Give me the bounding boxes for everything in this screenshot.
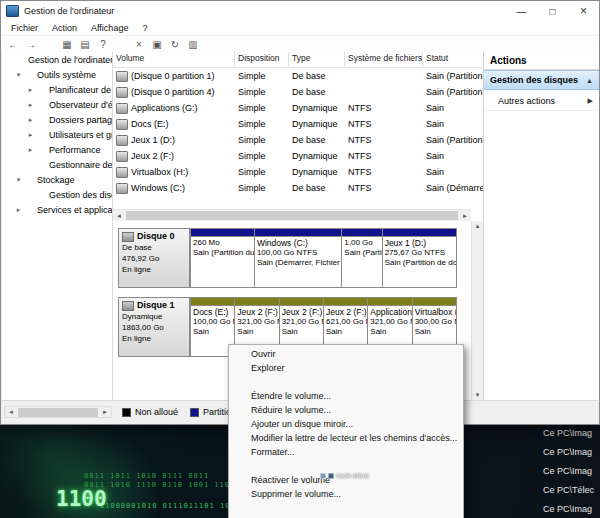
- context-menu-item[interactable]: Réduire le volume...: [229, 403, 463, 417]
- disk-segments: 260 Mo Sain (Partition du système EFI) W…: [190, 228, 457, 288]
- disk-label[interactable]: Disque 0 De base 476,92 Go En ligne: [118, 228, 190, 288]
- context-menu-item[interactable]: Modifier la lettre de lecteur et les che…: [229, 431, 463, 445]
- scroll-up-icon[interactable]: ▲: [472, 223, 484, 229]
- tree-horizontal-scrollbar[interactable]: ◄ ►: [4, 406, 112, 418]
- tree-item-label: Utilisateurs et groupes locaux: [49, 130, 112, 140]
- context-menu-item[interactable]: Supprimer le volume...: [229, 487, 463, 501]
- disk-label[interactable]: Disque 1 Dynamique 1863,00 Go En ligne: [118, 297, 190, 357]
- legend-label: Non alloué: [135, 407, 178, 417]
- segment-status: Sain: [370, 327, 409, 337]
- disk-type: Dynamique: [122, 311, 186, 322]
- tree-item[interactable]: Gestion des disques: [2, 187, 112, 202]
- scroll-right-icon[interactable]: ►: [459, 213, 471, 219]
- ic-device: [35, 160, 46, 169]
- scrollbar-thumb[interactable]: [18, 408, 98, 417]
- refresh-icon[interactable]: ↻: [167, 37, 183, 52]
- volume-row[interactable]: Windows (C:) Simple De base NTFS Sain (D…: [113, 180, 483, 196]
- tree-expander-icon[interactable]: ▸: [26, 146, 35, 154]
- ic-task: [35, 85, 46, 94]
- tree-item[interactable]: ▸ Performance: [2, 142, 112, 157]
- export-list-icon[interactable]: ▤: [77, 37, 93, 52]
- volume-filesystem: NTFS: [345, 167, 423, 177]
- maximize-button[interactable]: □: [537, 1, 568, 21]
- table-horizontal-scrollbar[interactable]: ◄ ►: [113, 209, 471, 221]
- background-path-text: Ce PC\Imag: [543, 462, 594, 481]
- tree-item[interactable]: ▸ Planificateur de tâches: [2, 82, 112, 97]
- tree-expander-icon[interactable]: ▸: [14, 206, 23, 214]
- close-button[interactable]: ×: [568, 1, 599, 21]
- background-path-text: Ce PC\Télec: [543, 481, 594, 500]
- tree-expander-icon[interactable]: ▸: [26, 116, 35, 124]
- tree-expander-icon[interactable]: ▸: [26, 86, 35, 94]
- disk-type: De base: [122, 242, 186, 253]
- disk-row: Disque 0 De base 476,92 Go En ligne: [118, 228, 457, 288]
- context-menu-item[interactable]: Explorer: [229, 361, 463, 375]
- tree-expander-icon[interactable]: ▾: [14, 71, 23, 79]
- context-menu-item[interactable]: Ajouter un disque miroir...: [229, 417, 463, 431]
- tree-item[interactable]: Gestion de l'ordinateur (local): [2, 52, 112, 67]
- tree-item[interactable]: ▾ Outils système: [2, 67, 112, 82]
- tree-item[interactable]: ▸ Dossiers partagés: [2, 112, 112, 127]
- volume-row[interactable]: Jeux 1 (D:) Simple De base NTFS Sain (Pa…: [113, 132, 483, 148]
- column-header[interactable]: Système de fichiers: [345, 52, 423, 67]
- volume-segment[interactable]: Jeux 1 (D:) 275,67 Go NTFS Sain (Partiti…: [383, 228, 457, 288]
- actions-section-disk-management[interactable]: Gestion des disques ▲: [484, 70, 599, 90]
- menu-item[interactable]: Action: [45, 23, 84, 33]
- column-header[interactable]: Disposition: [235, 52, 289, 67]
- context-menu-item[interactable]: Formater...: [229, 445, 463, 459]
- tree-item[interactable]: Gestionnaire de périphériques: [2, 157, 112, 172]
- delete-volume-icon[interactable]: ×: [131, 37, 147, 52]
- scroll-down-icon[interactable]: ▼: [472, 392, 484, 398]
- volume-row[interactable]: Docs (E:) Simple Dynamique NTFS Sain: [113, 116, 483, 132]
- segment-status: Sain (Démarrer, Fichier d'échange, Vidag…: [257, 258, 339, 268]
- context-menu-item[interactable]: Étendre le volume...: [229, 389, 463, 403]
- volume-row[interactable]: Virtualbox (H:) Simple Dynamique NTFS Sa…: [113, 164, 483, 180]
- column-header[interactable]: Statut: [423, 52, 483, 67]
- volume-segment[interactable]: 1,00 Go Sain (Partition de récupération): [342, 228, 382, 288]
- volume-row[interactable]: (Disque 0 partition 1) Simple De base Sa…: [113, 68, 483, 84]
- segment-info: Jeux 1 (D:) 275,67 Go NTFS Sain (Partiti…: [383, 237, 456, 269]
- tree-expander-icon[interactable]: ▸: [26, 131, 35, 139]
- menu-item[interactable]: Fichier: [4, 23, 45, 33]
- properties-icon[interactable]: ▣: [149, 37, 165, 52]
- volume-row[interactable]: Jeux 2 (F:) Simple Dynamique NTFS Sain: [113, 148, 483, 164]
- volume-segment[interactable]: 260 Mo Sain (Partition du système EFI): [190, 228, 255, 288]
- help-icon[interactable]: ?: [95, 37, 111, 52]
- console-tree-icon[interactable]: ▦: [59, 37, 75, 52]
- volume-type: De base: [289, 87, 345, 97]
- volume-name: (Disque 0 partition 1): [131, 71, 215, 81]
- forward-icon[interactable]: →: [23, 37, 39, 52]
- tree-item-label: Gestion des disques: [49, 190, 112, 200]
- context-menu-item[interactable]: [229, 375, 463, 389]
- back-icon[interactable]: ←: [5, 37, 21, 52]
- context-menu-item[interactable]: [229, 501, 463, 515]
- scroll-left-icon[interactable]: ◄: [113, 213, 125, 219]
- tree-item[interactable]: ▸ Utilisateurs et groupes locaux: [2, 127, 112, 142]
- volume-segment[interactable]: Windows (C:) 100,00 Go NTFS Sain (Démarr…: [255, 228, 342, 288]
- column-header[interactable]: Volume: [113, 52, 235, 67]
- volume-row[interactable]: (Disque 0 partition 4) Simple De base Sa…: [113, 84, 483, 100]
- volume-icon: [116, 167, 128, 178]
- scroll-left-icon[interactable]: ◄: [5, 409, 17, 415]
- tree-expander-icon[interactable]: ▸: [26, 101, 35, 109]
- tree-item[interactable]: ▾ Stockage: [2, 172, 112, 187]
- tree-item[interactable]: ▸ Observateur d'événements: [2, 97, 112, 112]
- segment-status: Sain: [415, 327, 454, 337]
- disk-view-icon[interactable]: ▥: [185, 37, 201, 52]
- collapse-icon[interactable]: ▲: [586, 77, 593, 84]
- wallpaper-binary-text: 11000001010 0111011101 10: [100, 502, 230, 511]
- column-header[interactable]: Type: [289, 52, 345, 67]
- segment-volume-name: Windows (C:): [257, 238, 339, 248]
- menu-item[interactable]: Affichage: [84, 23, 135, 33]
- minimize-button[interactable]: —: [506, 1, 537, 21]
- segment-color-bar: [342, 229, 381, 237]
- menu-item[interactable]: ?: [135, 23, 154, 33]
- scroll-right-icon[interactable]: ►: [99, 409, 111, 415]
- tree-item[interactable]: ▸ Services et applications: [2, 202, 112, 217]
- actions-more-actions[interactable]: Autres actions ▶: [484, 92, 599, 111]
- graph-vertical-scrollbar[interactable]: ▲ ▼: [471, 221, 483, 400]
- scrollbar-thumb[interactable]: [126, 211, 458, 220]
- volume-row[interactable]: Applications (G:) Simple Dynamique NTFS …: [113, 100, 483, 116]
- tree-expander-icon[interactable]: ▾: [14, 176, 23, 184]
- context-menu-item[interactable]: Ouvrir: [229, 347, 463, 361]
